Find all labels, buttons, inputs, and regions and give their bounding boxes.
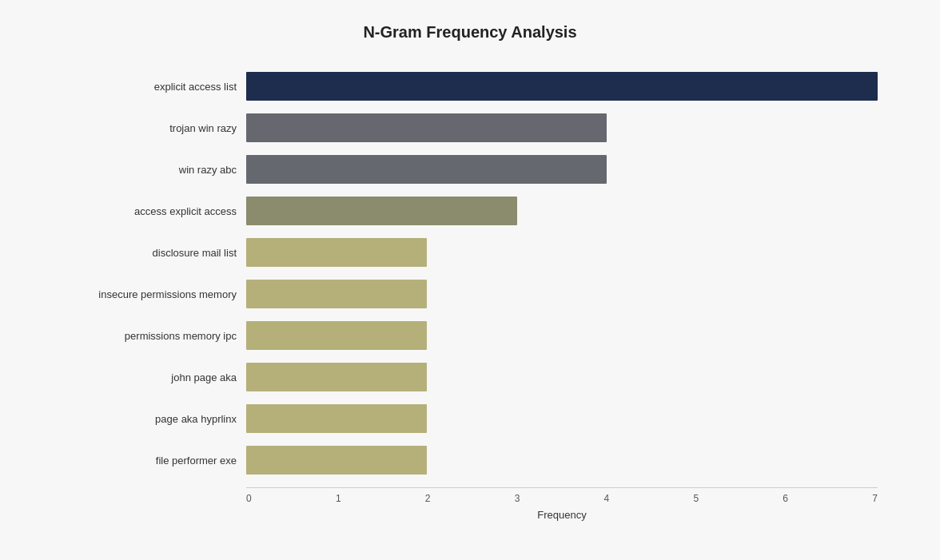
bar-label: page aka hyprlinx — [62, 413, 246, 425]
x-tick: 5 — [693, 493, 699, 504]
bar-row: access explicit access — [62, 190, 878, 232]
bar-label: win razy abc — [62, 164, 246, 176]
bar-track — [246, 404, 878, 433]
x-tick: 4 — [604, 493, 610, 504]
x-axis-container: 01234567 — [62, 487, 878, 504]
x-tick: 7 — [872, 493, 878, 504]
x-tick: 1 — [336, 493, 341, 504]
x-tick: 3 — [515, 493, 520, 504]
bar-label: john page aka — [62, 371, 246, 383]
bar-fill — [246, 446, 427, 475]
bar-fill — [246, 197, 517, 225]
bar-label: trojan win razy — [62, 122, 246, 134]
bar-fill — [246, 155, 607, 184]
bar-fill — [246, 404, 427, 433]
bar-track — [246, 280, 878, 308]
bar-track — [246, 197, 878, 225]
bar-fill — [246, 363, 427, 391]
bar-row: trojan win razy — [62, 107, 878, 149]
chart-area: explicit access list trojan win razy win… — [62, 66, 878, 481]
x-axis-ticks: 01234567 — [246, 487, 878, 504]
bar-track — [246, 113, 878, 142]
bar-row: win razy abc — [62, 149, 878, 190]
bar-fill — [246, 280, 427, 308]
bar-row: john page aka — [62, 356, 878, 398]
x-tick: 6 — [783, 493, 788, 504]
chart-title: N-Gram Frequency Analysis — [62, 23, 878, 42]
x-axis-label: Frequency — [62, 509, 878, 521]
bar-row: permissions memory ipc — [62, 315, 878, 356]
bar-track — [246, 321, 878, 350]
bar-fill — [246, 238, 427, 267]
bar-label: disclosure mail list — [62, 247, 246, 259]
bar-row: page aka hyprlinx — [62, 398, 878, 439]
bar-track — [246, 363, 878, 391]
x-tick: 2 — [425, 493, 431, 504]
bar-fill — [246, 72, 878, 101]
bar-label: access explicit access — [62, 205, 246, 217]
bar-track — [246, 446, 878, 475]
chart-container: N-Gram Frequency Analysis explicit acces… — [30, 7, 910, 553]
bar-track — [246, 72, 878, 101]
bar-label: insecure permissions memory — [62, 288, 246, 300]
bar-label: permissions memory ipc — [62, 330, 246, 342]
bar-track — [246, 238, 878, 267]
bar-fill — [246, 113, 607, 142]
bar-track — [246, 155, 878, 184]
x-tick: 0 — [246, 493, 252, 504]
bar-row: file performer exe — [62, 439, 878, 481]
bar-label: file performer exe — [62, 455, 246, 467]
bar-fill — [246, 321, 427, 350]
bar-label: explicit access list — [62, 81, 246, 93]
bar-row: disclosure mail list — [62, 232, 878, 273]
bar-row: insecure permissions memory — [62, 273, 878, 315]
bar-row: explicit access list — [62, 66, 878, 107]
